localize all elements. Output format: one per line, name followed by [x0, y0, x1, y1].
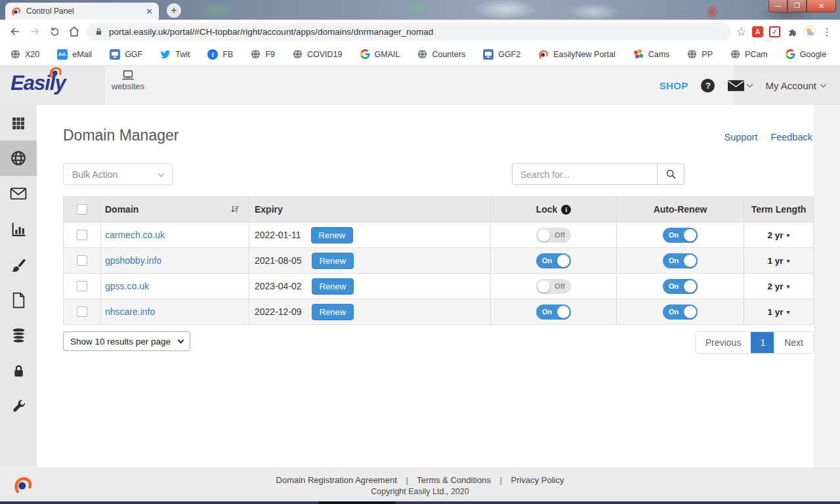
- bookmark-cams[interactable]: Cams: [633, 49, 670, 60]
- domain-link[interactable]: gpshobby.info: [105, 255, 161, 266]
- chevron-down-icon: [820, 81, 827, 87]
- sidebar-item-database[interactable]: [0, 318, 37, 353]
- new-tab-button[interactable]: +: [167, 3, 181, 18]
- my-account-menu[interactable]: My Account: [765, 80, 826, 91]
- footer-link-domain-registration[interactable]: Domain Registration Agreement: [276, 475, 397, 485]
- auto-renew-toggle[interactable]: On: [663, 253, 698, 268]
- forum-icon: [110, 49, 120, 60]
- close-button[interactable]: ✕: [807, 0, 836, 12]
- sidebar-item-tools[interactable]: [0, 388, 37, 424]
- sidebar-item-security[interactable]: [0, 353, 37, 388]
- paintbrush-icon: [10, 257, 27, 273]
- bulk-action-select[interactable]: Bulk Action: [63, 163, 173, 185]
- renew-button[interactable]: Renew: [312, 253, 354, 269]
- address-bar[interactable]: portal.easily.uk/portal/#CH-topbar/right…: [87, 23, 731, 41]
- lock-toggle[interactable]: Off: [536, 279, 571, 294]
- row-checkbox[interactable]: [77, 281, 87, 291]
- row-checkbox[interactable]: [77, 306, 87, 317]
- sidebar-item-documents[interactable]: [0, 282, 37, 318]
- feedback-link[interactable]: Feedback: [770, 132, 812, 142]
- lock-toggle[interactable]: On: [536, 253, 571, 268]
- pagination-previous[interactable]: Previous: [696, 332, 751, 353]
- window-controls: — ❐ ✕: [768, 0, 836, 12]
- row-checkbox[interactable]: [77, 255, 87, 266]
- auto-renew-toggle[interactable]: On: [663, 279, 698, 294]
- extensions-puzzle-icon[interactable]: [786, 26, 798, 37]
- back-icon[interactable]: [5, 22, 25, 41]
- row-checkbox[interactable]: [77, 230, 87, 240]
- messages-menu[interactable]: [728, 80, 752, 91]
- nav-websites[interactable]: websites: [107, 70, 149, 91]
- column-header-domain[interactable]: Domain: [105, 204, 138, 215]
- bookmark-easilynew-portal[interactable]: EasilyNew Portal: [538, 49, 615, 60]
- browser-toolbar: portal.easily.uk/portal/#CH-topbar/right…: [0, 20, 840, 43]
- lock-info-icon[interactable]: i: [561, 205, 571, 215]
- bookmark-pcam[interactable]: PCam: [730, 49, 768, 59]
- lock-toggle[interactable]: On: [536, 304, 571, 320]
- bookmark-counters[interactable]: Counters: [417, 49, 465, 59]
- auto-renew-toggle[interactable]: On: [663, 304, 698, 320]
- term-length-select[interactable]: 2 yr▾: [744, 274, 813, 299]
- renew-button[interactable]: Renew: [312, 304, 354, 320]
- footer-link-terms[interactable]: Terms & Conditions: [417, 475, 491, 485]
- bookmark-ggf[interactable]: GGF: [110, 49, 142, 60]
- webadvisor-shield-icon[interactable]: ✓: [769, 26, 780, 37]
- bookmark-twit[interactable]: Twit: [160, 49, 190, 60]
- support-link[interactable]: Support: [724, 132, 758, 142]
- database-icon: [10, 327, 27, 344]
- renew-button[interactable]: Renew: [311, 227, 353, 243]
- bookmark-fb[interactable]: fFB: [207, 49, 233, 60]
- pagination-page-1[interactable]: 1: [751, 332, 774, 353]
- color-dots-icon: [633, 49, 644, 60]
- term-length-select[interactable]: 1 yr▾: [744, 248, 813, 273]
- toolbar-extensions: ☆ A ✓ ⋮: [736, 26, 835, 38]
- easily-logo[interactable]: Easily: [10, 72, 96, 100]
- sidebar-item-domains[interactable]: [0, 140, 37, 176]
- sidebar-item-apps[interactable]: [0, 105, 37, 140]
- term-length-select[interactable]: 1 yr▾: [744, 299, 813, 324]
- shop-link[interactable]: SHOP: [660, 80, 688, 91]
- sort-icon[interactable]: [230, 205, 240, 214]
- tab-close-icon[interactable]: ✕: [146, 7, 153, 16]
- help-icon[interactable]: ?: [701, 79, 715, 93]
- maximize-button[interactable]: ❐: [788, 0, 807, 12]
- bookmark-f9[interactable]: F9: [251, 49, 275, 59]
- browser-menu-icon[interactable]: ⋮: [822, 26, 832, 38]
- bookmark-email[interactable]: Aol.eMail: [57, 49, 92, 60]
- bookmarks-bar: X20 Aol.eMail GGF Twit fFB F9 COVID19 GM…: [0, 43, 840, 66]
- auto-renew-toggle[interactable]: On: [663, 228, 698, 243]
- home-icon[interactable]: [64, 22, 84, 41]
- bookmark-covid19[interactable]: COVID19: [293, 49, 343, 59]
- lock-toggle[interactable]: Off: [536, 228, 571, 243]
- bookmark-google[interactable]: Google: [786, 49, 826, 59]
- sidebar-item-email[interactable]: [0, 176, 37, 211]
- domain-link[interactable]: carmech.co.uk: [105, 230, 165, 240]
- pdf-extension-icon[interactable]: A: [752, 26, 763, 37]
- weather-extension-icon[interactable]: [804, 26, 816, 37]
- search-input[interactable]: [512, 163, 658, 185]
- reload-icon[interactable]: [45, 22, 64, 41]
- column-header-expiry[interactable]: Expiry: [255, 204, 283, 215]
- sidebar-item-design[interactable]: [0, 247, 37, 282]
- term-length-select[interactable]: 2 yr▾: [744, 222, 813, 247]
- search-button[interactable]: [658, 163, 684, 185]
- footer-link-privacy[interactable]: Privacy Policy: [511, 475, 564, 485]
- column-header-auto-renew: Auto-Renew: [654, 204, 707, 215]
- domain-link[interactable]: gpss.co.uk: [105, 281, 149, 291]
- bookmark-gmail[interactable]: GMAIL: [360, 49, 400, 59]
- forward-icon[interactable]: [25, 22, 45, 41]
- expiry-date: 2023-04-02: [255, 281, 302, 291]
- renew-button[interactable]: Renew: [312, 278, 354, 295]
- domain-link[interactable]: nhscare.info: [105, 306, 155, 317]
- bookmark-star-icon[interactable]: ☆: [736, 26, 746, 37]
- sidebar-item-stats[interactable]: [0, 211, 37, 247]
- bookmark-pp[interactable]: PP: [687, 49, 713, 59]
- pagination-next[interactable]: Next: [774, 332, 813, 353]
- bookmark-x20[interactable]: X20: [10, 49, 39, 59]
- minimize-button[interactable]: —: [768, 0, 788, 12]
- results-per-page-select[interactable]: Show 10 results per page: [63, 331, 190, 351]
- easily-swirl-icon: [13, 475, 33, 495]
- browser-tab[interactable]: Control Panel ✕: [5, 3, 159, 20]
- bookmark-ggf2[interactable]: GGF2: [483, 49, 520, 60]
- select-all-checkbox[interactable]: [77, 204, 87, 215]
